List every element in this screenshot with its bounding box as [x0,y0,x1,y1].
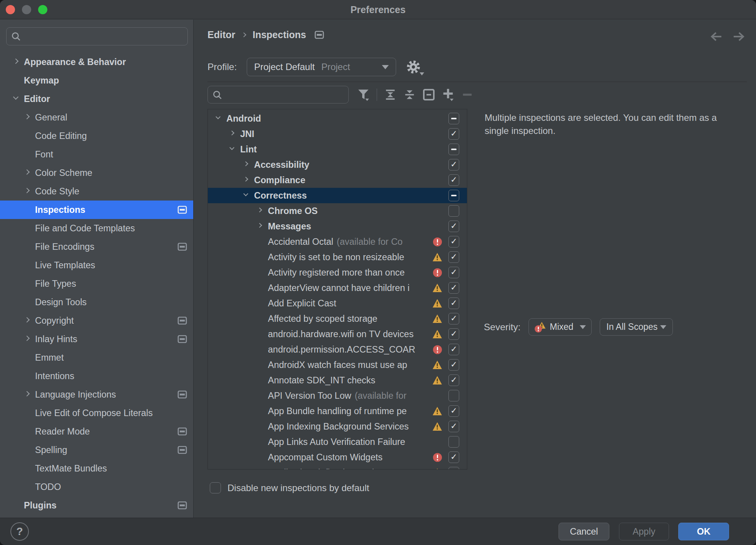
sidebar-item-font[interactable]: Font [0,145,193,164]
sidebar-item-textmate-bundles[interactable]: TextMate Bundles [0,459,193,478]
sidebar-item-inlay-hints[interactable]: Inlay Hints [0,330,193,348]
chevron-down-icon[interactable] [243,191,248,196]
inspection-checkbox[interactable] [448,359,459,371]
inspection-row-accidental-octal[interactable]: Accidental Octal(available for Co [208,234,467,249]
inspection-checkbox[interactable] [448,421,459,432]
sidebar-item-live-edit-of-compose-literals[interactable]: Live Edit of Compose Literals [0,404,193,422]
sidebar-item-editor[interactable]: Editor [0,90,193,108]
inspection-checkbox[interactable] [448,251,459,263]
sidebar-item-emmet[interactable]: Emmet [0,348,193,367]
sidebar-item-language-injections[interactable]: Language Injections [0,385,193,404]
inspection-row-chrome-os[interactable]: Chrome OS [208,203,467,219]
inspection-row-lint[interactable]: Lint [208,142,467,157]
sidebar-item-file-types[interactable]: File Types [0,274,193,293]
settings-search-input[interactable] [6,27,188,45]
inspection-row-accessibility[interactable]: Accessibility [208,157,467,172]
inspection-row-messages[interactable]: Messages [208,219,467,234]
inspection-row-correctness[interactable]: Correctness [208,188,467,203]
inspection-checkbox[interactable] [448,451,459,463]
chevron-right-icon[interactable] [243,161,248,166]
inspection-checkbox[interactable] [448,298,459,309]
sidebar-item-file-encodings[interactable]: File Encodings [0,237,193,256]
sidebar-item-todo[interactable]: TODO [0,478,193,496]
forward-arrow-icon[interactable] [732,31,745,42]
sidebar-item-code-style[interactable]: Code Style [0,182,193,201]
chevron-right-icon[interactable] [24,169,30,175]
inspections-search-input[interactable] [207,86,349,104]
sidebar-item-color-scheme[interactable]: Color Scheme [0,164,193,182]
sidebar-item-file-and-code-templates[interactable]: File and Code Templates [0,219,193,237]
sidebar-item-live-templates[interactable]: Live Templates [0,256,193,274]
inspection-checkbox[interactable] [448,328,459,340]
inspection-checkbox[interactable] [448,159,459,171]
chevron-right-icon[interactable] [24,391,30,396]
breadcrumb-editor[interactable]: Editor [207,29,235,40]
inspection-row-android[interactable]: Android [208,111,467,126]
sidebar-item-design-tools[interactable]: Design Tools [0,293,193,311]
expand-all-icon[interactable] [384,89,396,101]
inspection-row-android-permission-access-coar[interactable]: android.permission.ACCESS_COAR [208,342,467,357]
chevron-down-icon[interactable] [216,114,221,119]
chevron-right-icon[interactable] [24,336,30,341]
sidebar-item-appearance-behavior[interactable]: Appearance & Behavior [0,53,193,71]
inspection-checkbox[interactable] [448,144,459,155]
chevron-right-icon[interactable] [24,188,30,193]
filter-icon[interactable] [357,89,370,101]
inspection-checkbox[interactable] [448,267,459,278]
add-inspection-icon[interactable] [442,89,454,101]
sidebar-item-reader-mode[interactable]: Reader Mode [0,422,193,441]
inspection-row-app-bundle-handling-of-runtime-pe[interactable]: App Bundle handling of runtime pe [208,403,467,419]
inspection-row-affected-by-scoped-storage[interactable]: Affected by scoped storage [208,311,467,326]
back-arrow-icon[interactable] [710,31,723,42]
close-window-button[interactable] [6,5,15,14]
inspection-row-activity-is-set-to-be-non-resizeable[interactable]: Activity is set to be non resizeable [208,249,467,265]
chevron-right-icon[interactable] [229,130,234,135]
inspection-checkbox[interactable] [448,205,459,217]
inspection-checkbox[interactable] [448,405,459,417]
inspection-checkbox[interactable] [448,221,459,232]
sidebar-item-inspections[interactable]: Inspections [0,201,193,219]
inspection-checkbox[interactable] [448,313,459,324]
remove-inspection-icon[interactable] [461,89,473,101]
chevron-right-icon[interactable] [24,114,30,119]
inspection-checkbox[interactable] [448,282,459,294]
inspection-row-app-links-auto-verification-failure[interactable]: App Links Auto Verification Failure [208,434,467,450]
chevron-down-icon[interactable] [229,145,234,150]
apply-button[interactable]: Apply [619,523,669,540]
help-button[interactable]: ? [10,522,29,541]
sidebar-item-copyright[interactable]: Copyright [0,311,193,330]
zoom-window-button[interactable] [38,5,47,14]
minimize-window-button[interactable] [22,5,31,14]
inspection-row-app-indexing-background-services[interactable]: App Indexing Background Services [208,419,467,434]
inspection-checkbox[interactable] [448,390,459,401]
inspection-row-jni[interactable]: JNI [208,126,467,142]
inspection-checkbox[interactable] [448,128,459,140]
inspection-row-android-hardware-wifi-on-tv-devices[interactable]: android.hardware.wifi on TV devices [208,326,467,342]
scope-dropdown[interactable]: In All Scopes [600,318,673,336]
collapse-all-icon[interactable] [403,89,416,101]
profile-dropdown[interactable]: Project Default Project [247,58,396,76]
severity-dropdown[interactable]: Mixed [529,318,592,336]
profile-gear-button[interactable] [406,60,420,74]
cancel-button[interactable]: Cancel [559,523,609,540]
sidebar-item-intentions[interactable]: Intentions [0,367,193,385]
chevron-right-icon[interactable] [257,223,262,228]
inspection-checkbox[interactable] [448,374,459,386]
inspection-checkbox[interactable] [448,113,459,124]
inspection-checkbox[interactable] [448,236,459,247]
inspection-row-api-version-too-low[interactable]: API Version Too Low(available for [208,388,467,403]
inspection-row-application-defined-launch-scree[interactable]: Application-defined Launch Scree [208,465,467,470]
inspection-row-compliance[interactable]: Compliance [208,172,467,188]
inspection-row-adapterview-cannot-have-children-i[interactable]: AdapterView cannot have children i [208,280,467,296]
disable-new-inspections-checkbox[interactable] [210,482,221,493]
inspection-row-androidx-watch-faces-must-use-ap[interactable]: AndroidX watch faces must use ap [208,357,467,373]
sidebar-item-keymap[interactable]: Keymap [0,71,193,90]
inspection-row-add-explicit-cast[interactable]: Add Explicit Cast [208,296,467,311]
inspection-checkbox[interactable] [448,344,459,355]
reset-inspection-icon[interactable] [423,89,435,101]
inspection-row-appcompat-custom-widgets[interactable]: Appcompat Custom Widgets [208,450,467,465]
sidebar-item-code-editing[interactable]: Code Editing [0,127,193,145]
sidebar-item-general[interactable]: General [0,108,193,127]
titlebar[interactable]: Preferences [0,0,756,19]
chevron-right-icon[interactable] [24,317,30,323]
